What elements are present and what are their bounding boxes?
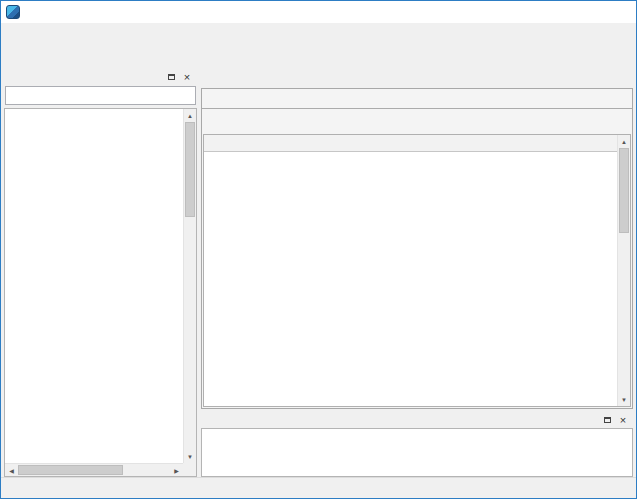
close-panel-button[interactable]: × [179,70,195,84]
tree-filter-input[interactable] [5,86,196,105]
float-icon [604,417,611,423]
minimize-button[interactable] [543,1,574,23]
title-bar [1,1,636,23]
float-panel-button[interactable] [599,413,615,427]
scroll-up-arrow[interactable]: ▲ [184,109,196,122]
scrollbar-thumb[interactable] [185,122,195,217]
data-view-tabs [202,89,632,109]
app-icon [6,5,20,19]
status-panel-body [201,428,633,477]
scroll-down-arrow[interactable]: ▼ [184,450,196,463]
scroll-track[interactable] [618,148,630,393]
database-tree-container: ▲ ▼ ◀ ▶ [4,108,197,477]
scroll-track[interactable] [184,122,196,450]
main-area: × ▲ ▼ ◀ ▶ [1,69,636,477]
scrollbar-thumb[interactable] [18,465,123,475]
databases-panel-header: × [4,69,197,85]
data-tab-content: ▲ ▼ [201,88,633,409]
status-panel: × [201,412,633,477]
grid-rows [204,152,617,406]
sqlitestudio-window: × ▲ ▼ ◀ ▶ [0,0,637,499]
scroll-left-arrow[interactable]: ◀ [5,464,18,476]
table-window: ▲ ▼ × [201,69,633,477]
scroll-right-arrow[interactable]: ▶ [170,464,183,476]
tree-horizontal-scrollbar[interactable]: ◀ ▶ [5,463,183,476]
mdi-taskbar [1,477,636,498]
scroll-down-arrow[interactable]: ▼ [618,393,630,406]
scroll-track[interactable] [18,464,170,476]
close-button[interactable] [605,1,636,23]
close-panel-button[interactable]: × [615,413,631,427]
float-panel-button[interactable] [163,70,179,84]
grid-toolbar [202,109,632,134]
float-icon [168,74,175,80]
window-controls [543,1,636,23]
table-window-tabs [201,69,633,88]
maximize-button[interactable] [574,1,605,23]
grid-main [204,135,617,406]
grid-header [204,135,617,152]
database-tree [5,109,183,463]
tree-vertical-scrollbar[interactable]: ▲ ▼ [183,109,196,463]
status-panel-header: × [201,412,633,428]
scroll-up-arrow[interactable]: ▲ [618,135,630,148]
main-toolbar [1,43,636,69]
data-grid: ▲ ▼ [203,134,631,407]
databases-panel: × ▲ ▼ ◀ ▶ [4,69,197,477]
scrollbar-corner [183,463,196,476]
scrollbar-thumb[interactable] [619,148,629,233]
grid-vertical-scrollbar[interactable]: ▲ ▼ [617,135,630,406]
menu-bar [1,23,636,43]
